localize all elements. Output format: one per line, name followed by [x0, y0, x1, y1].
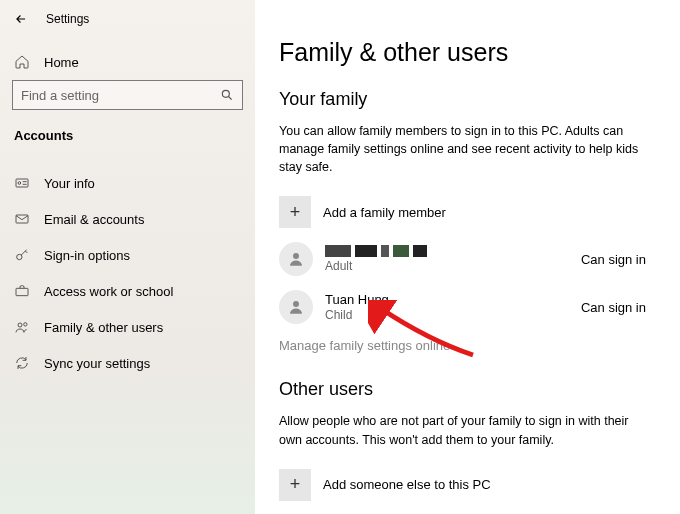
- add-other-user-button[interactable]: + Add someone else to this PC: [279, 469, 646, 501]
- page-title: Family & other users: [279, 38, 646, 67]
- people-icon: [14, 319, 30, 335]
- sidebar-item-your-info[interactable]: Your info: [0, 165, 255, 201]
- add-family-member-button[interactable]: + Add a family member: [279, 196, 646, 228]
- manage-family-link[interactable]: Manage family settings online: [279, 338, 646, 353]
- sidebar-item-label: Home: [44, 55, 79, 70]
- sidebar-item-label: Your info: [44, 176, 95, 191]
- app-title: Settings: [46, 12, 89, 26]
- sidebar: Settings Home Accounts Your info Email &…: [0, 0, 255, 514]
- family-desc: You can allow family members to sign in …: [279, 122, 639, 176]
- sidebar-item-label: Access work or school: [44, 284, 173, 299]
- search-input[interactable]: [21, 88, 220, 103]
- plus-icon: +: [279, 469, 311, 501]
- add-family-label: Add a family member: [323, 205, 446, 220]
- family-member-row[interactable]: Tuan Hung Child Can sign in: [279, 290, 646, 324]
- mail-icon: [14, 211, 30, 227]
- search-icon: [220, 88, 234, 102]
- avatar: [279, 242, 313, 276]
- svg-point-9: [293, 301, 299, 307]
- back-icon[interactable]: [12, 10, 30, 28]
- sidebar-item-label: Sync your settings: [44, 356, 150, 371]
- sidebar-item-email-accounts[interactable]: Email & accounts: [0, 201, 255, 237]
- member-role: Adult: [325, 259, 427, 273]
- sidebar-section-title: Accounts: [0, 120, 255, 147]
- sync-icon: [14, 355, 30, 371]
- sidebar-item-label: Family & other users: [44, 320, 163, 335]
- header-row: Settings: [0, 6, 255, 38]
- briefcase-icon: [14, 283, 30, 299]
- id-card-icon: [14, 175, 30, 191]
- svg-rect-3: [16, 215, 28, 223]
- search-box[interactable]: [12, 80, 243, 110]
- sidebar-item-home[interactable]: Home: [0, 44, 255, 80]
- plus-icon: +: [279, 196, 311, 228]
- avatar: [279, 290, 313, 324]
- member-name: Tuan Hung: [325, 292, 389, 307]
- other-desc: Allow people who are not part of your fa…: [279, 412, 639, 448]
- svg-point-8: [293, 253, 299, 259]
- svg-point-0: [222, 90, 229, 97]
- sidebar-item-family-users[interactable]: Family & other users: [0, 309, 255, 345]
- main-content: Family & other users Your family You can…: [255, 0, 680, 514]
- search-wrap: [0, 80, 255, 120]
- svg-point-4: [17, 254, 22, 259]
- family-header: Your family: [279, 89, 646, 110]
- key-icon: [14, 247, 30, 263]
- svg-rect-5: [16, 288, 28, 295]
- family-member-row[interactable]: Adult Can sign in: [279, 242, 646, 276]
- svg-point-2: [18, 182, 21, 185]
- sidebar-item-access-work-school[interactable]: Access work or school: [0, 273, 255, 309]
- home-icon: [14, 54, 30, 70]
- sidebar-item-label: Sign-in options: [44, 248, 130, 263]
- other-header: Other users: [279, 379, 646, 400]
- sidebar-item-signin-options[interactable]: Sign-in options: [0, 237, 255, 273]
- member-status: Can sign in: [581, 300, 646, 315]
- sidebar-item-sync[interactable]: Sync your settings: [0, 345, 255, 381]
- member-name-redacted: [325, 245, 427, 257]
- sidebar-item-label: Email & accounts: [44, 212, 144, 227]
- member-role: Child: [325, 308, 389, 322]
- add-other-label: Add someone else to this PC: [323, 477, 491, 492]
- svg-point-7: [24, 323, 27, 326]
- svg-point-6: [18, 323, 22, 327]
- member-status: Can sign in: [581, 252, 646, 267]
